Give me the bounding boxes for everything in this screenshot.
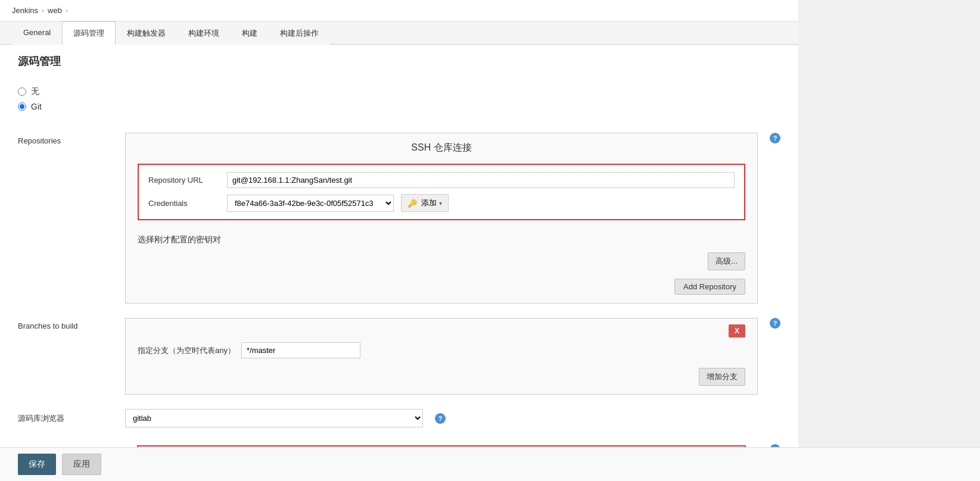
radio-group: 无 Git — [18, 80, 780, 120]
key-icon: 🔑 — [407, 199, 417, 208]
browser-url-spacer — [18, 442, 113, 445]
add-branch-button[interactable]: 增加分支 — [699, 368, 745, 386]
repositories-help-icon[interactable]: ? — [770, 133, 780, 143]
breadcrumb-arrow-1: › — [42, 7, 44, 15]
credentials-row: Credentials f8e74a66-3a3f-42be-9e3c-0f05… — [148, 194, 735, 212]
breadcrumb: Jenkins › web › — [0, 0, 798, 21]
page-title: 源码管理 — [0, 45, 798, 74]
tab-source-mgmt[interactable]: 源码管理 — [62, 21, 116, 45]
add-repository-button[interactable]: Add Repository — [674, 279, 745, 295]
add-credentials-button[interactable]: 🔑 添加 ▾ — [401, 194, 449, 212]
source-browser-label: 源码库浏览器 — [18, 413, 113, 424]
branches-content: X 指定分支（为空时代表any） 增加分支 — [125, 318, 758, 395]
repository-box: SSH 仓库连接 Repository URL Credentials f8e7… — [125, 133, 758, 304]
radio-none-label: 无 — [31, 86, 39, 97]
tabs-bar: General 源码管理 构建触发器 构建环境 构建 构建后操作 — [0, 21, 798, 45]
repositories-row: Repositories SSH 仓库连接 Repository URL Cre… — [0, 126, 798, 311]
ssh-heading: SSH 仓库连接 — [126, 133, 757, 160]
branches-help-icon[interactable]: ? — [770, 318, 780, 329]
radio-git-input[interactable] — [18, 102, 26, 111]
advanced-button[interactable]: 高级... — [708, 252, 745, 270]
tab-general[interactable]: General — [12, 21, 62, 45]
radio-none-input[interactable] — [18, 88, 26, 96]
branch-input[interactable] — [241, 342, 360, 358]
credentials-label: Credentials — [148, 199, 220, 208]
apply-button[interactable]: 应用 — [62, 454, 101, 475]
source-browser-row: 源码库浏览器 gitlab ? — [0, 402, 798, 435]
tab-build-trigger[interactable]: 构建触发器 — [116, 21, 177, 45]
branches-box: X 指定分支（为空时代表any） 增加分支 — [125, 318, 758, 395]
repo-url-label: Repository URL — [148, 176, 220, 185]
repo-url-row: Repository URL — [148, 172, 735, 188]
branch-header: X — [126, 318, 757, 338]
right-buttons: 高级... — [126, 248, 757, 279]
breadcrumb-jenkins[interactable]: Jenkins — [12, 6, 38, 15]
breadcrumb-web[interactable]: web — [48, 6, 62, 15]
branches-label: Branches to build — [18, 318, 113, 330]
repositories-label: Repositories — [18, 133, 113, 145]
add-button-label: 添加 — [421, 198, 437, 208]
breadcrumb-arrow-2: › — [66, 7, 68, 15]
branch-field-label: 指定分支（为空时代表any） — [138, 345, 235, 356]
dropdown-arrow-icon: ▾ — [439, 200, 442, 207]
radio-git-label: Git — [31, 102, 42, 111]
branch-specifier-row: 指定分支（为空时代表any） — [126, 338, 757, 363]
credentials-select[interactable]: f8e74a66-3a3f-42be-9e3c-0f05f52571c3 — [227, 195, 394, 212]
tab-build-env[interactable]: 构建环境 — [177, 21, 231, 45]
repository-content: SSH 仓库连接 Repository URL Credentials f8e7… — [125, 133, 758, 304]
repo-url-input[interactable] — [227, 172, 735, 188]
remove-branch-button[interactable]: X — [729, 324, 745, 338]
tab-build[interactable]: 构建 — [231, 21, 269, 45]
add-branch-buttons: 增加分支 — [126, 363, 757, 394]
branches-row: Branches to build X 指定分支（为空时代表any） 增加分支 … — [0, 311, 798, 402]
radio-none[interactable]: 无 — [18, 86, 780, 97]
info-text: 选择刚才配置的密钥对 — [126, 230, 757, 248]
source-browser-help-icon[interactable]: ? — [435, 413, 446, 424]
radio-git[interactable]: Git — [18, 102, 780, 111]
bottom-bar: 保存 应用 — [0, 447, 980, 481]
save-button[interactable]: 保存 — [18, 454, 56, 475]
tab-post-build[interactable]: 构建后操作 — [269, 21, 330, 45]
source-browser-select[interactable]: gitlab — [125, 409, 423, 427]
repo-inner-box: Repository URL Credentials f8e74a66-3a3f… — [138, 164, 745, 220]
